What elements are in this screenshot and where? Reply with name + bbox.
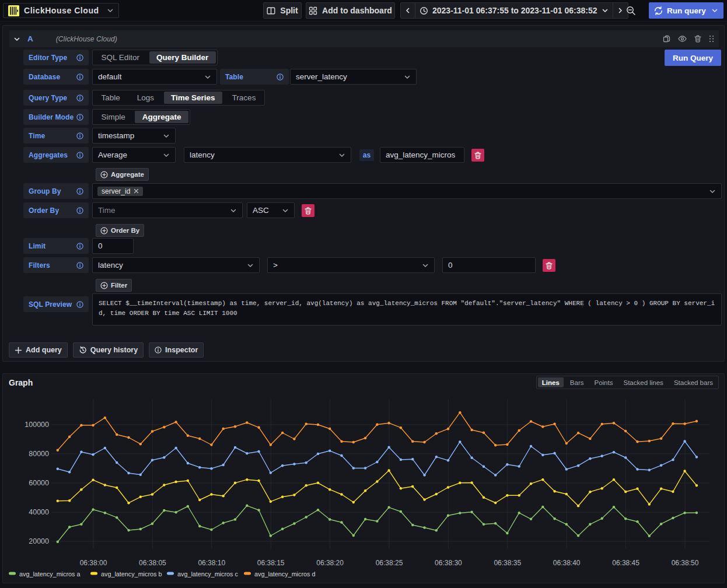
svg-text:100000: 100000 (25, 421, 49, 429)
svg-text:avg_latency_micros d: avg_latency_micros d (254, 570, 315, 578)
svg-text:06:38:05: 06:38:05 (139, 559, 166, 567)
svg-text:40000: 40000 (29, 508, 49, 516)
svg-text:06:38:35: 06:38:35 (494, 559, 521, 567)
svg-text:06:38:15: 06:38:15 (257, 559, 285, 567)
svg-text:06:38:00: 06:38:00 (80, 559, 107, 567)
svg-text:06:38:25: 06:38:25 (376, 559, 403, 567)
svg-text:06:38:20: 06:38:20 (316, 559, 344, 567)
svg-text:06:38:10: 06:38:10 (198, 559, 225, 567)
svg-text:avg_latency_micros b: avg_latency_micros b (101, 570, 162, 578)
svg-text:20000: 20000 (29, 537, 49, 545)
svg-text:60000: 60000 (29, 479, 49, 487)
svg-text:80000: 80000 (29, 450, 49, 458)
svg-text:06:38:45: 06:38:45 (612, 559, 639, 567)
svg-text:avg_latency_micros a: avg_latency_micros a (19, 570, 80, 578)
svg-text:06:38:50: 06:38:50 (672, 559, 699, 567)
svg-text:avg_latency_micros c: avg_latency_micros c (177, 570, 238, 578)
svg-text:06:38:40: 06:38:40 (553, 559, 581, 567)
svg-text:06:38:30: 06:38:30 (435, 559, 462, 567)
